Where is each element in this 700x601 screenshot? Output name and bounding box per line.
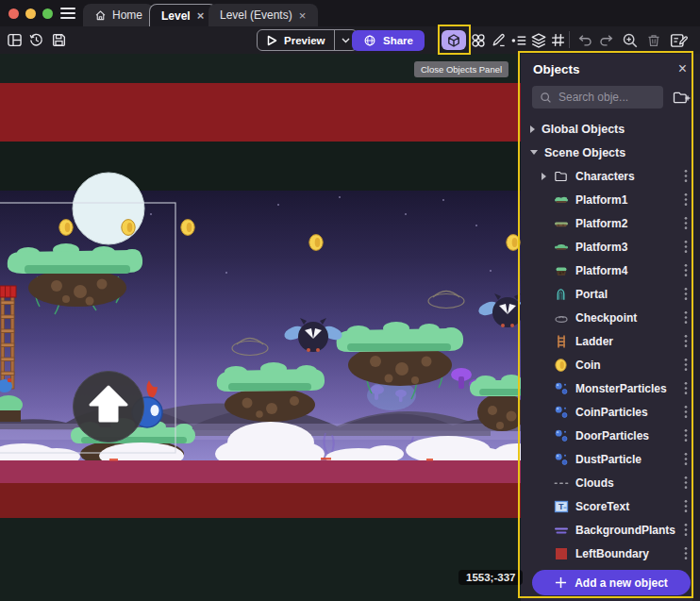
undo-icon[interactable] — [576, 31, 594, 49]
cube-icon — [446, 33, 461, 48]
panels-layout-icon[interactable] — [6, 31, 24, 49]
panel-title: Objects — [533, 62, 580, 76]
section-global-objects[interactable]: Global Objects — [521, 117, 700, 141]
object-row-backgroundplants[interactable]: BackgroundPlants — [521, 518, 700, 542]
dark-red-band — [0, 483, 523, 518]
kebab-menu-icon[interactable] — [679, 358, 692, 372]
object-name: Clouds — [575, 476, 679, 490]
globe-icon — [363, 34, 376, 47]
kebab-menu-icon[interactable] — [679, 310, 692, 325]
search-input[interactable]: Search obje... — [532, 86, 663, 109]
kebab-menu-icon[interactable] — [679, 452, 692, 466]
trash-icon[interactable] — [644, 31, 662, 49]
particles-icon — [553, 451, 569, 467]
kebab-menu-icon[interactable] — [679, 476, 692, 490]
zoom-icon[interactable] — [621, 31, 639, 49]
window-close-button[interactable] — [8, 8, 19, 19]
scene-red-band — [0, 83, 523, 142]
jump-button-overlay[interactable] — [74, 372, 144, 442]
tab-level-events[interactable]: Level (Events) × — [208, 4, 318, 26]
kebab-menu-icon[interactable] — [679, 263, 692, 277]
history-icon[interactable] — [27, 31, 45, 49]
object-name: Platform3 — [575, 241, 679, 254]
object-name: Platform2 — [575, 217, 679, 230]
objects-panel-header: Objects × — [521, 54, 700, 80]
hamburger-menu-icon[interactable] — [60, 8, 75, 19]
object-row-coinparticles[interactable]: CoinParticles — [521, 400, 700, 424]
kebab-menu-icon[interactable] — [679, 287, 692, 301]
divider — [569, 31, 570, 48]
kebab-menu-icon[interactable] — [679, 546, 692, 560]
play-icon — [267, 35, 277, 46]
crimson-band — [0, 460, 523, 483]
object-row-portal[interactable]: Portal — [521, 282, 700, 306]
section-scene-objects[interactable]: Scene Objects — [521, 141, 700, 164]
object-row-characters[interactable]: Characters — [521, 164, 700, 188]
moon[interactable] — [73, 173, 144, 244]
object-name: BackgroundPlants — [575, 524, 679, 537]
object-groups-icon[interactable] — [469, 31, 487, 49]
objects-tree: Global Objects Scene Objects CharactersP… — [521, 117, 700, 565]
share-button[interactable]: Share — [352, 30, 425, 51]
objects-panel-toggle-button[interactable] — [442, 30, 466, 50]
grid-icon[interactable] — [549, 31, 567, 49]
object-row-leftboundary[interactable]: LeftBoundary — [521, 542, 700, 565]
window-maximize-button[interactable] — [42, 8, 53, 19]
object-row-ladder[interactable]: Ladder — [521, 329, 700, 353]
object-row-doorparticles[interactable]: DoorParticles — [521, 424, 700, 447]
object-row-dustparticle[interactable]: DustParticle — [521, 447, 700, 471]
text-icon: T — [553, 498, 569, 514]
object-row-coin[interactable]: Coin — [521, 353, 700, 376]
kebab-menu-icon[interactable] — [679, 428, 692, 442]
section-label: Scene Objects — [544, 146, 625, 159]
tab-label: Level — [161, 9, 191, 23]
close-icon[interactable]: × — [678, 61, 687, 76]
layers-icon[interactable] — [529, 31, 547, 49]
kebab-menu-icon[interactable] — [679, 334, 692, 348]
object-row-checkpoint[interactable]: Checkpoint — [521, 306, 700, 329]
platform-mossy-icon — [553, 262, 569, 278]
chevron-down-icon — [342, 38, 350, 43]
kebab-menu-icon[interactable] — [679, 405, 692, 419]
object-name: MonsterParticles — [575, 382, 679, 395]
bottom-band — [0, 518, 523, 601]
platform-green-icon — [553, 192, 569, 208]
kebab-menu-icon[interactable] — [679, 523, 692, 537]
object-row-platform4[interactable]: Platform4 — [521, 259, 700, 282]
object-name: DoorParticles — [575, 429, 679, 442]
tab-close-icon[interactable]: × — [196, 9, 206, 22]
object-row-scoretext[interactable]: TScoreText — [521, 494, 700, 518]
kebab-menu-icon[interactable] — [679, 240, 692, 254]
kebab-menu-icon[interactable] — [679, 381, 692, 395]
pencil-icon[interactable] — [490, 31, 508, 49]
kebab-menu-icon[interactable] — [679, 169, 692, 183]
instances-list-icon[interactable] — [509, 31, 527, 49]
app-window: Home Level × Level (Events) × Preview — [0, 0, 700, 601]
preview-button[interactable]: Preview — [257, 29, 358, 51]
share-label: Share — [383, 35, 413, 46]
save-icon[interactable] — [50, 31, 68, 49]
kebab-menu-icon[interactable] — [679, 216, 692, 230]
object-name: Platform1 — [575, 193, 679, 207]
edit-scene-properties-icon[interactable] — [668, 31, 690, 49]
add-new-object-button[interactable]: Add a new object — [532, 570, 691, 595]
kebab-menu-icon[interactable] — [679, 192, 692, 207]
object-name: LeftBoundary — [575, 547, 679, 560]
object-row-platform3[interactable]: Platform3 — [521, 235, 700, 259]
ladder-icon — [553, 333, 569, 349]
scene-editor-canvas[interactable] — [0, 54, 523, 601]
redo-icon[interactable] — [597, 31, 615, 49]
preview-label: Preview — [284, 35, 325, 46]
object-row-platform2[interactable]: Platform2 — [521, 211, 700, 235]
object-row-clouds[interactable]: Clouds — [521, 471, 700, 494]
tab-home[interactable]: Home — [83, 4, 154, 26]
object-row-platform1[interactable]: Platform1 — [521, 188, 700, 211]
particles-icon — [553, 404, 569, 420]
window-minimize-button[interactable] — [25, 8, 36, 19]
tab-level[interactable]: Level × — [149, 4, 217, 26]
tab-close-icon[interactable]: × — [298, 9, 308, 22]
kebab-menu-icon[interactable] — [679, 499, 692, 513]
add-folder-icon[interactable] — [673, 90, 691, 106]
object-row-monsterparticles[interactable]: MonsterParticles — [521, 376, 700, 400]
left-boundary-instance[interactable] — [0, 286, 16, 297]
